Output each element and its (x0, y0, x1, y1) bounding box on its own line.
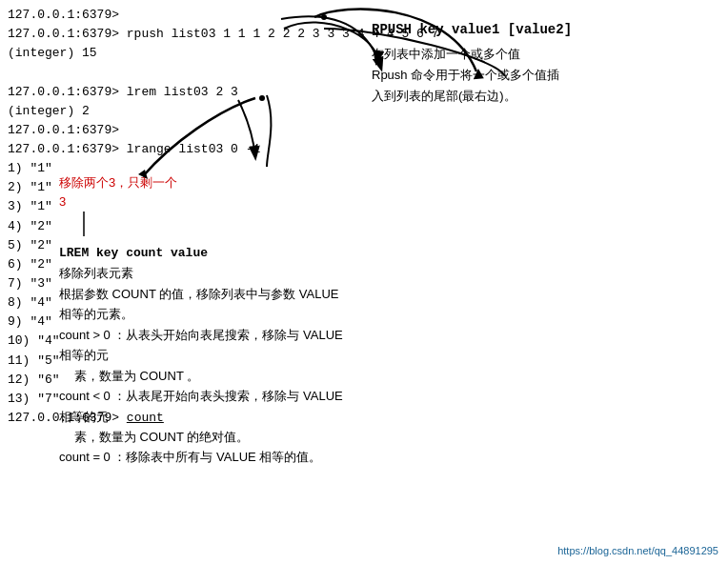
annotation-red: 移除两个3，只剩一个 3 (59, 173, 177, 211)
watermark: https://blog.csdn.net/qq_44891295 (557, 545, 718, 556)
terminal-line-4: 127.0.0.1:6379> lrem list03 2 3 (8, 83, 354, 102)
rpush-title: RPUSH key value1 [value2] (372, 19, 717, 42)
terminal-line-5: (integer) 2 (8, 102, 354, 121)
lrem-line3: count > 0 ：从表头开始向表尾搜索，移除与 VALUE 相等的元 (59, 325, 354, 366)
lrem-line7: count = 0 ：移除表中所有与 VALUE 相等的值。 (59, 447, 354, 467)
lrem-line6: 素，数量为 COUNT 的绝对值。 (59, 427, 354, 447)
rpush-desc3: 入到列表的尾部(最右边)。 (372, 86, 717, 107)
rpush-block: RPUSH key value1 [value2] 在列表中添加一个或多个值 R… (372, 19, 717, 107)
lrem-line4: 素，数量为 COUNT 。 (59, 366, 354, 386)
terminal-line-7: 127.0.0.1:6379> lrange list03 0 -1 (8, 140, 354, 159)
terminal-line-11: 4) "2" (8, 217, 354, 236)
lrem-line2: 根据参数 COUNT 的值，移除列表中与参数 VALUE 相等的元素。 (59, 284, 354, 325)
right-panel: RPUSH key value1 [value2] 在列表中添加一个或多个值 R… (362, 0, 728, 564)
terminal-panel: 127.0.0.1:6379> 127.0.0.1:6379> rpush li… (0, 0, 362, 564)
terminal-line-3 (8, 63, 354, 82)
lrem-annotation: LREM key count value 移除列表元素 根据参数 COUNT 的… (59, 243, 354, 468)
lrem-line5: count < 0 ：从表尾开始向表头搜索，移除与 VALUE 相等的元 (59, 386, 354, 427)
lrem-title: LREM key count value (59, 243, 354, 263)
lrem-line1: 移除列表元素 (59, 263, 354, 283)
rpush-desc2: Rpush 命令用于将一个或多个值插 (372, 65, 717, 86)
terminal-line-2: (integer) 15 (8, 44, 354, 63)
rpush-desc1: 在列表中添加一个或多个值 (372, 44, 717, 65)
terminal-line-1: 127.0.0.1:6379> rpush list03 1 1 1 2 2 2… (8, 25, 354, 44)
main-container: 127.0.0.1:6379> 127.0.0.1:6379> rpush li… (0, 0, 728, 564)
terminal-line-0: 127.0.0.1:6379> (8, 6, 354, 25)
terminal-line-6: 127.0.0.1:6379> (8, 121, 354, 140)
